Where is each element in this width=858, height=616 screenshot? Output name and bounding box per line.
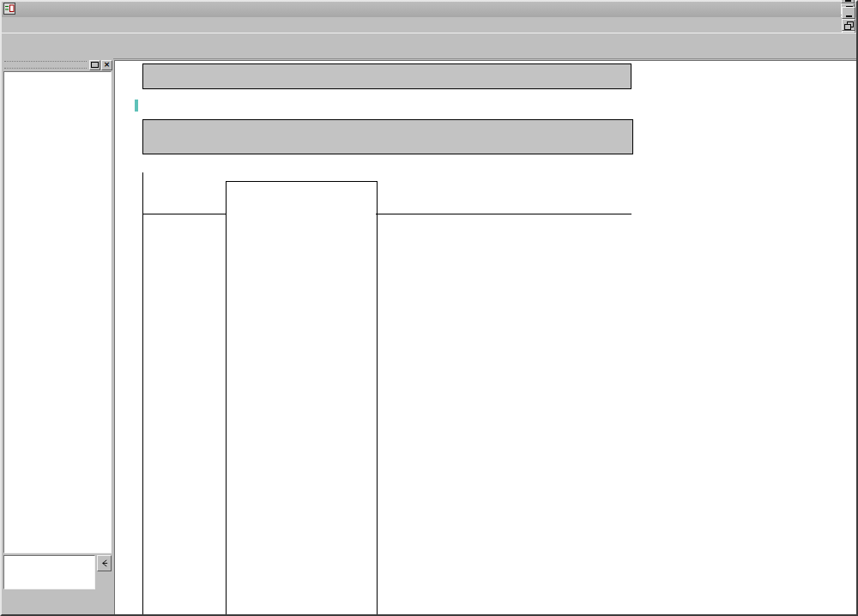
title-bar: × bbox=[2, 2, 856, 18]
panel-close-button[interactable]: × bbox=[101, 60, 112, 70]
power-rail bbox=[142, 172, 143, 614]
minimize-icon bbox=[845, 0, 851, 2]
en-wire bbox=[142, 214, 226, 214]
toolbar bbox=[2, 33, 856, 59]
panel-grip[interactable] bbox=[4, 61, 87, 69]
panel-tabs bbox=[2, 589, 113, 614]
minimize-icon bbox=[846, 15, 852, 17]
menu-bar: × bbox=[2, 17, 856, 33]
collapse-icon bbox=[100, 559, 109, 568]
program-elements-panel: × bbox=[2, 58, 113, 614]
description-toggle-button[interactable] bbox=[97, 555, 112, 571]
eno-wire bbox=[376, 214, 631, 214]
description-row bbox=[3, 555, 112, 589]
restore-icon bbox=[844, 21, 853, 29]
app-window: × × × bbox=[0, 0, 858, 616]
editor-area bbox=[114, 60, 856, 614]
app-icon bbox=[3, 3, 15, 17]
close-icon: × bbox=[104, 61, 111, 69]
panel-header: × bbox=[2, 58, 113, 70]
fbd-diagram bbox=[115, 61, 856, 614]
dock-icon bbox=[91, 62, 99, 68]
panel-dock-button[interactable] bbox=[89, 60, 100, 70]
element-tree bbox=[3, 71, 112, 553]
function-block[interactable] bbox=[226, 181, 378, 614]
doc-restore-button[interactable] bbox=[842, 19, 855, 31]
doc-minimize-button[interactable] bbox=[842, 7, 855, 19]
element-description-pane bbox=[3, 555, 95, 589]
